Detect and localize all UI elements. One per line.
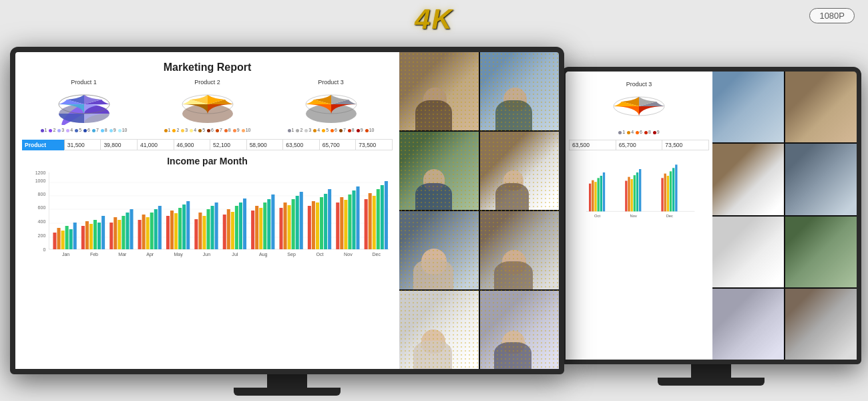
video-cell-s1 <box>712 72 784 142</box>
svg-rect-52 <box>178 208 182 249</box>
svg-rect-84 <box>308 206 311 249</box>
product1-legend: 1 2 3 4 5 6 7 8 9 10 <box>27 128 141 132</box>
video-cell-s8 <box>785 289 857 360</box>
person-bg-4 <box>480 132 560 210</box>
pie-canvas-2 <box>178 88 238 125</box>
person-bg-s6 <box>785 217 857 287</box>
video-cell-1 <box>399 52 479 130</box>
video-section-secondary <box>712 72 857 360</box>
product2-label: Product 2 <box>151 79 264 86</box>
ctrl-btn-orange[interactable] <box>290 373 299 374</box>
svg-rect-86 <box>316 203 319 249</box>
svg-text:May: May <box>174 252 183 257</box>
table-val-sec-8: 65,700 <box>616 140 662 150</box>
svg-text:800: 800 <box>38 192 46 196</box>
svg-rect-80 <box>292 199 295 249</box>
svg-rect-70 <box>251 211 254 249</box>
video-cell-3 <box>399 132 479 210</box>
svg-rect-108 <box>592 180 594 212</box>
data-table: Product 31,500 39,800 41,000 46,900 52,1… <box>22 139 393 150</box>
svg-rect-87 <box>320 197 323 249</box>
person-bg-s5 <box>712 217 784 287</box>
table-val-sec-7: 63,500 <box>570 140 616 150</box>
svg-text:600: 600 <box>38 205 46 210</box>
person-bg-1 <box>399 52 479 130</box>
ctrl-btn-teal[interactable] <box>275 373 284 374</box>
table-val-7: 63,500 <box>283 140 320 150</box>
product3-label: Product 3 <box>274 79 388 86</box>
svg-text:Apr: Apr <box>146 252 154 257</box>
svg-rect-125 <box>672 168 674 211</box>
person-bg-s7 <box>712 289 784 360</box>
svg-rect-101 <box>377 189 380 249</box>
svg-rect-91 <box>336 203 339 249</box>
svg-rect-31 <box>93 220 97 249</box>
video-cell-5 <box>399 211 479 289</box>
table-val-9: 73,500 <box>356 140 393 150</box>
svg-rect-54 <box>186 201 190 249</box>
svg-rect-98 <box>365 199 368 249</box>
monitor-secondary: Product 3 <box>561 67 861 388</box>
svg-rect-66 <box>235 206 238 249</box>
svg-text:Jun: Jun <box>203 252 210 257</box>
svg-rect-107 <box>589 184 591 212</box>
monitor-stand-neck-main <box>267 374 307 388</box>
svg-rect-71 <box>255 206 258 249</box>
svg-rect-40 <box>130 209 133 249</box>
svg-rect-51 <box>174 213 178 249</box>
report-section-secondary: Product 3 <box>566 72 712 360</box>
svg-rect-92 <box>340 197 343 249</box>
product3-legend-secondary: 1 4 6 8 9 <box>582 130 696 134</box>
table-val-4: 46,900 <box>174 140 210 150</box>
svg-text:0: 0 <box>43 247 45 252</box>
svg-rect-75 <box>271 194 274 249</box>
svg-text:Feb: Feb <box>90 252 98 257</box>
svg-text:Jan: Jan <box>62 252 69 257</box>
svg-rect-111 <box>600 176 602 211</box>
person-bg-7 <box>399 291 479 369</box>
svg-rect-23 <box>61 231 65 249</box>
monitors-container: Marketing Report Product 1 <box>0 47 868 401</box>
ctrl-btn-blue[interactable] <box>260 373 270 374</box>
svg-rect-59 <box>206 209 210 249</box>
person-bg-s2 <box>785 72 857 142</box>
screen-content-main: Marketing Report Product 1 <box>15 52 559 369</box>
svg-rect-126 <box>675 164 677 211</box>
video-cell-s2 <box>785 72 857 142</box>
svg-rect-116 <box>631 179 633 211</box>
svg-rect-117 <box>634 175 636 211</box>
svg-rect-115 <box>628 177 630 212</box>
svg-rect-33 <box>101 216 105 249</box>
table-val-1: 31,500 <box>64 140 101 150</box>
svg-rect-81 <box>296 196 299 249</box>
svg-rect-99 <box>369 193 372 249</box>
svg-text:Oct: Oct <box>316 252 324 257</box>
svg-rect-36 <box>114 217 117 249</box>
svg-rect-77 <box>279 208 282 249</box>
person-bg-2 <box>480 52 560 130</box>
svg-rect-122 <box>664 174 666 212</box>
table-header-product: Product <box>22 140 64 150</box>
screen-content-secondary: Product 3 <box>566 72 857 360</box>
video-cell-s3 <box>712 144 784 215</box>
svg-rect-96 <box>357 186 360 249</box>
pie-charts-row: Product 1 <box>15 79 399 132</box>
svg-rect-123 <box>667 176 669 211</box>
svg-rect-43 <box>142 215 146 249</box>
pie-chart-product1: Product 1 <box>27 79 141 132</box>
ctrl-btn-red[interactable] <box>304 373 314 374</box>
svg-text:Dec: Dec <box>373 252 381 257</box>
svg-rect-82 <box>300 192 303 249</box>
svg-rect-21 <box>53 233 56 249</box>
svg-text:Nov: Nov <box>630 214 636 218</box>
table-val-8: 65,700 <box>319 140 356 150</box>
svg-rect-63 <box>223 215 226 249</box>
svg-rect-93 <box>344 200 347 249</box>
svg-rect-44 <box>146 217 150 249</box>
svg-rect-103 <box>385 181 388 249</box>
video-cell-7 <box>399 291 479 369</box>
report-title: Marketing Report <box>15 61 399 74</box>
bar-chart-area-secondary: Oct Nov <box>566 156 712 225</box>
product3-legend: 1 2 3 4 5 6 7 8 9 10 <box>274 128 388 132</box>
svg-rect-35 <box>110 223 113 249</box>
